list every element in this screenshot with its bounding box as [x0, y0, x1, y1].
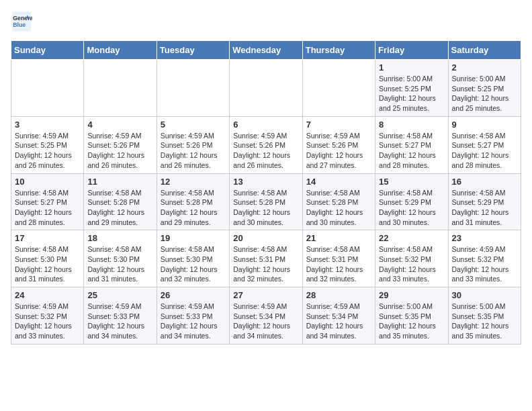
day-number: 15 [379, 177, 444, 187]
day-number: 26 [161, 290, 226, 300]
calendar-cell: 30Sunrise: 5:00 AM Sunset: 5:35 PM Dayli… [448, 287, 521, 345]
calendar-cell: 21Sunrise: 4:58 AM Sunset: 5:31 PM Dayli… [302, 230, 375, 287]
day-info: Sunrise: 4:58 AM Sunset: 5:28 PM Dayligh… [233, 188, 298, 228]
calendar-cell: 5Sunrise: 4:59 AM Sunset: 5:26 PM Daylig… [157, 116, 229, 173]
day-info: Sunrise: 4:59 AM Sunset: 5:33 PM Dayligh… [87, 302, 152, 341]
day-info: Sunrise: 4:58 AM Sunset: 5:27 PM Dayligh… [379, 131, 444, 171]
day-number: 19 [161, 233, 226, 243]
calendar-cell: 19Sunrise: 4:58 AM Sunset: 5:30 PM Dayli… [157, 230, 229, 287]
day-number: 28 [306, 290, 371, 300]
day-info: Sunrise: 4:58 AM Sunset: 5:28 PM Dayligh… [161, 188, 226, 228]
day-info: Sunrise: 4:59 AM Sunset: 5:34 PM Dayligh… [306, 302, 371, 341]
day-info: Sunrise: 4:58 AM Sunset: 5:32 PM Dayligh… [379, 244, 444, 284]
day-info: Sunrise: 4:59 AM Sunset: 5:32 PM Dayligh… [452, 244, 517, 284]
calendar-cell: 9Sunrise: 4:58 AM Sunset: 5:27 PM Daylig… [448, 116, 521, 173]
calendar-week-row: 10Sunrise: 4:58 AM Sunset: 5:27 PM Dayli… [11, 173, 521, 230]
logo-icon: General Blue [11, 11, 32, 32]
day-number: 18 [87, 233, 152, 243]
calendar-cell [302, 60, 375, 117]
day-number: 5 [161, 120, 226, 130]
day-info: Sunrise: 4:59 AM Sunset: 5:26 PM Dayligh… [87, 131, 152, 171]
day-number: 6 [233, 120, 298, 130]
day-number: 12 [161, 177, 226, 187]
day-info: Sunrise: 4:59 AM Sunset: 5:33 PM Dayligh… [161, 302, 226, 341]
calendar-cell [11, 60, 84, 117]
logo: General Blue [11, 11, 35, 32]
calendar-cell: 3Sunrise: 4:59 AM Sunset: 5:25 PM Daylig… [11, 116, 84, 173]
day-number: 7 [306, 120, 371, 130]
day-number: 11 [87, 177, 152, 187]
day-number: 29 [379, 290, 444, 300]
calendar-cell: 16Sunrise: 4:58 AM Sunset: 5:29 PM Dayli… [448, 173, 521, 230]
day-info: Sunrise: 4:59 AM Sunset: 5:26 PM Dayligh… [306, 131, 371, 171]
calendar-cell: 13Sunrise: 4:58 AM Sunset: 5:28 PM Dayli… [230, 173, 302, 230]
weekday-header: Monday [84, 41, 157, 60]
calendar-cell [157, 60, 229, 117]
day-info: Sunrise: 4:59 AM Sunset: 5:26 PM Dayligh… [233, 131, 298, 171]
day-number: 23 [452, 233, 517, 243]
calendar-cell: 18Sunrise: 4:58 AM Sunset: 5:30 PM Dayli… [84, 230, 157, 287]
day-info: Sunrise: 4:58 AM Sunset: 5:30 PM Dayligh… [161, 244, 226, 284]
calendar-week-row: 3Sunrise: 4:59 AM Sunset: 5:25 PM Daylig… [11, 116, 521, 173]
day-number: 25 [87, 290, 152, 300]
page-header: General Blue [11, 11, 521, 32]
calendar-table: SundayMondayTuesdayWednesdayThursdayFrid… [11, 40, 521, 345]
calendar-cell: 20Sunrise: 4:58 AM Sunset: 5:31 PM Dayli… [230, 230, 302, 287]
day-info: Sunrise: 5:00 AM Sunset: 5:35 PM Dayligh… [379, 302, 444, 341]
weekday-header: Wednesday [230, 41, 302, 60]
day-info: Sunrise: 4:58 AM Sunset: 5:31 PM Dayligh… [306, 244, 371, 284]
day-number: 21 [306, 233, 371, 243]
weekday-header: Saturday [448, 41, 521, 60]
weekday-header: Friday [375, 41, 448, 60]
day-info: Sunrise: 5:00 AM Sunset: 5:25 PM Dayligh… [452, 74, 517, 113]
day-number: 2 [452, 62, 517, 73]
calendar-week-row: 1Sunrise: 5:00 AM Sunset: 5:25 PM Daylig… [11, 60, 521, 117]
day-number: 24 [15, 290, 80, 300]
day-number: 22 [379, 233, 444, 243]
day-info: Sunrise: 4:58 AM Sunset: 5:28 PM Dayligh… [87, 188, 152, 228]
day-info: Sunrise: 4:58 AM Sunset: 5:27 PM Dayligh… [15, 188, 80, 228]
calendar-cell: 12Sunrise: 4:58 AM Sunset: 5:28 PM Dayli… [157, 173, 229, 230]
calendar-cell: 2Sunrise: 5:00 AM Sunset: 5:25 PM Daylig… [448, 60, 521, 117]
day-info: Sunrise: 4:58 AM Sunset: 5:28 PM Dayligh… [306, 188, 371, 228]
calendar-week-row: 17Sunrise: 4:58 AM Sunset: 5:30 PM Dayli… [11, 230, 521, 287]
calendar-cell: 14Sunrise: 4:58 AM Sunset: 5:28 PM Dayli… [302, 173, 375, 230]
day-info: Sunrise: 4:58 AM Sunset: 5:27 PM Dayligh… [452, 131, 517, 171]
day-info: Sunrise: 5:00 AM Sunset: 5:35 PM Dayligh… [452, 302, 517, 341]
calendar-cell: 6Sunrise: 4:59 AM Sunset: 5:26 PM Daylig… [230, 116, 302, 173]
calendar-cell: 8Sunrise: 4:58 AM Sunset: 5:27 PM Daylig… [375, 116, 448, 173]
calendar-cell: 25Sunrise: 4:59 AM Sunset: 5:33 PM Dayli… [84, 287, 157, 345]
calendar-cell: 24Sunrise: 4:59 AM Sunset: 5:32 PM Dayli… [11, 287, 84, 345]
calendar-cell [230, 60, 302, 117]
calendar-cell: 1Sunrise: 5:00 AM Sunset: 5:25 PM Daylig… [375, 60, 448, 117]
day-number: 1 [379, 62, 444, 73]
day-info: Sunrise: 4:58 AM Sunset: 5:31 PM Dayligh… [233, 244, 298, 284]
day-info: Sunrise: 4:58 AM Sunset: 5:30 PM Dayligh… [15, 244, 80, 284]
day-number: 14 [306, 177, 371, 187]
day-number: 16 [452, 177, 517, 187]
day-info: Sunrise: 4:58 AM Sunset: 5:30 PM Dayligh… [87, 244, 152, 284]
calendar-cell: 29Sunrise: 5:00 AM Sunset: 5:35 PM Dayli… [375, 287, 448, 345]
calendar-cell [84, 60, 157, 117]
calendar-cell: 10Sunrise: 4:58 AM Sunset: 5:27 PM Dayli… [11, 173, 84, 230]
day-number: 27 [233, 290, 298, 300]
day-number: 17 [15, 233, 80, 243]
calendar-cell: 27Sunrise: 4:59 AM Sunset: 5:34 PM Dayli… [230, 287, 302, 345]
day-number: 3 [15, 120, 80, 130]
weekday-header: Thursday [302, 41, 375, 60]
calendar-cell: 22Sunrise: 4:58 AM Sunset: 5:32 PM Dayli… [375, 230, 448, 287]
day-number: 4 [87, 120, 152, 130]
day-info: Sunrise: 4:58 AM Sunset: 5:29 PM Dayligh… [452, 188, 517, 228]
calendar-cell: 26Sunrise: 4:59 AM Sunset: 5:33 PM Dayli… [157, 287, 229, 345]
weekday-header: Sunday [11, 41, 84, 60]
calendar-cell: 17Sunrise: 4:58 AM Sunset: 5:30 PM Dayli… [11, 230, 84, 287]
day-number: 20 [233, 233, 298, 243]
day-info: Sunrise: 4:59 AM Sunset: 5:26 PM Dayligh… [161, 131, 226, 171]
weekday-header: Tuesday [157, 41, 229, 60]
svg-text:Blue: Blue [13, 21, 26, 28]
day-number: 13 [233, 177, 298, 187]
day-number: 10 [15, 177, 80, 187]
calendar-cell: 11Sunrise: 4:58 AM Sunset: 5:28 PM Dayli… [84, 173, 157, 230]
day-number: 30 [452, 290, 517, 300]
day-info: Sunrise: 4:59 AM Sunset: 5:34 PM Dayligh… [233, 302, 298, 341]
